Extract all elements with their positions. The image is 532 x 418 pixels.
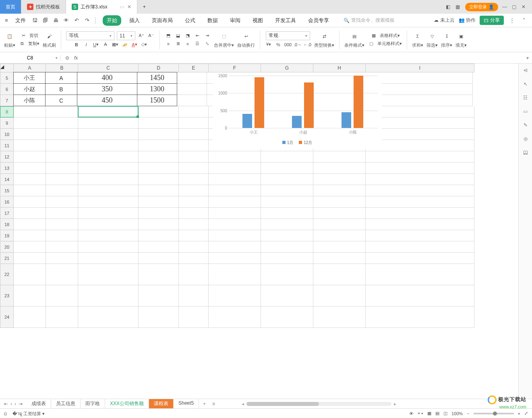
row-header[interactable]: 22 — [0, 264, 14, 285]
zoom-level[interactable]: 100% — [451, 411, 463, 416]
align-justify-icon[interactable]: ☰ — [194, 40, 201, 47]
cell[interactable] — [209, 196, 261, 208]
expand-fx-icon[interactable]: ▾ — [523, 55, 532, 61]
sheet-first-icon[interactable]: ⇤ — [4, 401, 8, 407]
decrease-font-icon[interactable]: A⁻ — [147, 32, 155, 39]
cell[interactable] — [78, 285, 139, 307]
cell[interactable] — [313, 151, 366, 163]
col-header-F[interactable]: F — [209, 64, 261, 72]
cell[interactable] — [209, 185, 261, 196]
cell[interactable] — [46, 196, 78, 208]
cell[interactable] — [209, 253, 261, 264]
apps-icon[interactable]: ▦ — [455, 4, 461, 10]
copy-button[interactable]: ⧉复制▾ — [19, 40, 39, 47]
increase-font-icon[interactable]: A⁺ — [138, 32, 145, 39]
cell[interactable] — [366, 140, 474, 151]
underline-icon[interactable]: U▾ — [92, 41, 99, 48]
file-menu[interactable]: 文件 — [13, 15, 28, 26]
cell[interactable] — [78, 307, 139, 328]
fill-color-icon[interactable]: ◢▾ — [121, 41, 128, 48]
print-icon[interactable]: 🖶 — [52, 16, 60, 25]
cell[interactable] — [313, 163, 366, 174]
cell[interactable] — [261, 163, 313, 174]
cell[interactable] — [179, 129, 209, 140]
redo-icon[interactable]: ↷ — [83, 16, 91, 25]
cell[interactable] — [313, 307, 366, 328]
save-as-icon[interactable]: 🗐 — [41, 16, 49, 25]
ribbon-tab-vip[interactable]: 会员专享 — [304, 15, 333, 26]
cancel-fx-icon[interactable]: ⊝ — [65, 55, 69, 61]
cell[interactable] — [179, 208, 209, 219]
menu-icon[interactable]: ≡ — [2, 16, 10, 25]
cell[interactable] — [209, 230, 261, 241]
cell[interactable] — [209, 285, 261, 307]
cell[interactable] — [313, 174, 366, 185]
orientation-icon[interactable]: ⤡ — [203, 40, 211, 47]
font-size-combo[interactable]: 11▾ — [117, 31, 135, 40]
cell[interactable] — [14, 117, 46, 129]
cell[interactable]: B — [45, 83, 77, 95]
cell[interactable] — [139, 307, 179, 328]
font-name-combo[interactable]: 等线▾ — [66, 31, 114, 40]
cell[interactable] — [14, 185, 46, 196]
cell[interactable] — [366, 129, 474, 140]
table-style[interactable]: ▦表格样式▾ — [370, 32, 400, 39]
strike-icon[interactable]: A̶ — [102, 41, 109, 48]
cell[interactable]: 小陈 — [13, 95, 46, 106]
cell[interactable] — [139, 264, 179, 285]
fullscreen-icon[interactable]: ⤢ — [524, 411, 528, 416]
conditional-format[interactable]: ▤ 条件格式▾ — [344, 31, 364, 48]
type-convert[interactable]: ⇄ 类型转换▾ — [314, 31, 334, 48]
cell[interactable] — [46, 241, 78, 253]
fx-icon[interactable]: fx — [74, 55, 78, 61]
cell[interactable] — [179, 117, 209, 129]
cell[interactable] — [313, 219, 366, 230]
cell[interactable]: 小王 — [13, 72, 46, 84]
font-color-icon[interactable]: A▾ — [131, 41, 138, 48]
spreadsheet-grid[interactable]: ◢ ABCDEFGHI 5小王A40014506小赵B35013007小陈C45… — [0, 64, 518, 399]
cell[interactable]: 350 — [77, 83, 137, 95]
cell[interactable] — [366, 241, 474, 253]
view-break-icon[interactable]: ◫ — [443, 411, 447, 416]
tab-template-store[interactable]: ✦ 找稻壳模板 — [21, 0, 66, 14]
row-header[interactable]: 5 — [0, 72, 14, 84]
feedback-icon[interactable]: 🕮 — [523, 150, 528, 155]
view-reading-icon[interactable]: 👁 — [409, 411, 414, 416]
cell[interactable] — [366, 307, 474, 328]
cell[interactable] — [78, 185, 139, 196]
sheet-tab[interactable]: 课程表 — [149, 399, 174, 408]
cell[interactable] — [139, 219, 179, 230]
row-header[interactable]: 21 — [0, 253, 14, 264]
properties-icon[interactable]: ▭ — [523, 109, 528, 114]
zoom-out-icon[interactable]: − — [467, 411, 469, 416]
cell[interactable] — [46, 151, 78, 163]
share-button[interactable]: ⮹分享 — [480, 16, 504, 25]
cell[interactable] — [139, 106, 179, 117]
cell[interactable] — [179, 285, 209, 307]
cell[interactable] — [366, 264, 474, 285]
cell[interactable] — [139, 285, 179, 307]
cell[interactable] — [139, 151, 179, 163]
cell[interactable] — [139, 241, 179, 253]
cell[interactable] — [139, 196, 179, 208]
name-box-input[interactable] — [0, 55, 60, 61]
cell[interactable] — [313, 208, 366, 219]
row-header[interactable]: 20 — [0, 241, 14, 253]
cell[interactable] — [78, 208, 139, 219]
cell[interactable] — [78, 264, 139, 285]
row-header[interactable]: 13 — [0, 163, 14, 174]
cell[interactable] — [179, 163, 209, 174]
align-bottom-icon[interactable]: ⬔ — [184, 32, 191, 39]
cell[interactable] — [14, 106, 46, 117]
cell[interactable] — [366, 196, 474, 208]
cell[interactable] — [14, 151, 46, 163]
cell[interactable] — [14, 307, 46, 328]
cell[interactable] — [179, 307, 209, 328]
zoom-slider[interactable] — [474, 413, 514, 414]
cell[interactable] — [139, 253, 179, 264]
new-tab-button[interactable]: + — [137, 0, 151, 14]
row-header[interactable]: 15 — [0, 185, 14, 196]
paste-group[interactable]: 📋 粘贴▾ — [4, 31, 15, 48]
cell[interactable] — [46, 185, 78, 196]
save-icon[interactable]: 🖫 — [31, 16, 39, 25]
